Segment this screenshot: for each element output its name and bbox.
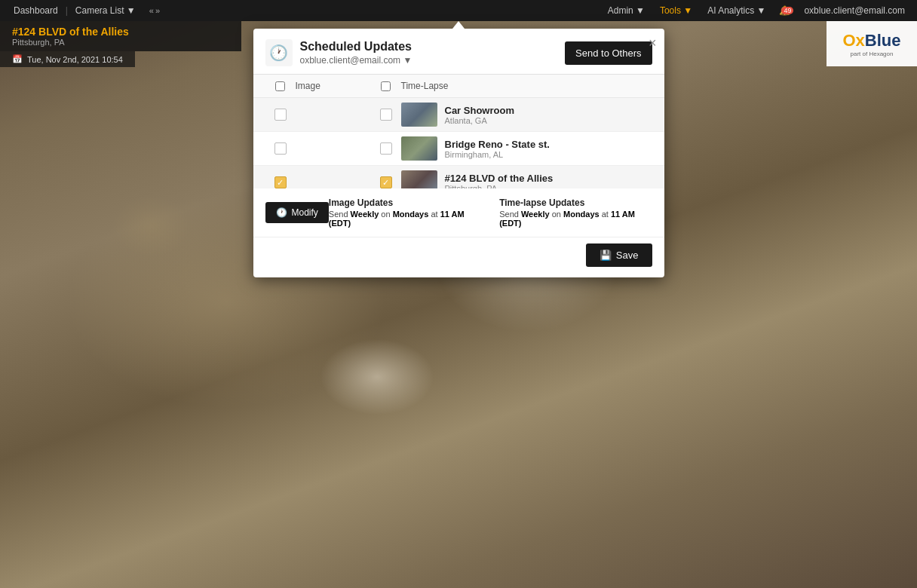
timelapse-col-label: Time-Lapse xyxy=(401,81,449,91)
row2-timelapse-checkbox[interactable] xyxy=(380,142,392,155)
save-button[interactable]: 💾 Save xyxy=(586,243,652,267)
nav-ai-analytics[interactable]: AI Analytics ▼ xyxy=(701,5,771,16)
row1-image-check-col xyxy=(265,109,296,121)
row1-camera-info: Car Showroom Atlanta, GA xyxy=(445,105,652,125)
modal-header: 🕐 Scheduled Updates oxblue.client@email.… xyxy=(253,29,664,75)
scheduled-updates-icon: 🕐 xyxy=(265,39,293,66)
timelapse-header-checkbox[interactable] xyxy=(381,81,391,91)
row1-timelapse-check-col xyxy=(371,109,401,121)
row2-camera-info: Bridge Reno - State st. Birmingham, AL xyxy=(445,139,652,159)
row3-camera-location: Pittsburgh, PA xyxy=(445,184,652,189)
table-row: #124 BLVD of the Allies Pittsburgh, PA xyxy=(253,166,664,188)
row3-image-check-col xyxy=(265,176,296,188)
row2-camera-location: Birmingham, AL xyxy=(445,150,652,159)
nav-right-arrow[interactable]: » xyxy=(155,6,160,15)
row1-timelapse-checkbox[interactable] xyxy=(380,109,392,121)
row2-camera-name: Bridge Reno - State st. xyxy=(445,139,652,150)
row3-thumb-img xyxy=(401,170,437,188)
image-updates-title: Image Updates xyxy=(329,198,481,208)
table-row: Car Showroom Atlanta, GA xyxy=(253,98,664,132)
save-icon: 💾 xyxy=(600,250,612,261)
update-info: Image Updates Send Weekly on Mondays at … xyxy=(329,198,652,228)
image-col-label: Image xyxy=(296,81,371,91)
row1-thumb-img xyxy=(401,103,437,127)
camera-list-header: Image Time-Lapse xyxy=(253,75,664,98)
timelapse-header-check-col xyxy=(371,81,401,91)
nav-arrows: « » xyxy=(143,6,166,15)
table-row: Bridge Reno - State st. Birmingham, AL xyxy=(253,132,664,166)
camera-list: Car Showroom Atlanta, GA Bridge Reno - S… xyxy=(253,98,664,188)
modify-label: Modify xyxy=(292,207,318,218)
nav-dashboard[interactable]: Dashboard xyxy=(6,0,66,21)
nav-email: oxblue.client@email.com xyxy=(798,5,911,16)
timelapse-updates-block: Time-lapse Updates Send Weekly on Monday… xyxy=(499,198,652,228)
row3-timelapse-check-col xyxy=(371,176,401,188)
modal-footer: 💾 Save xyxy=(253,237,664,277)
row3-camera-name: #124 BLVD of the Allies xyxy=(445,173,652,184)
row3-timelapse-checkbox[interactable] xyxy=(380,176,392,188)
bell-badge: 49 xyxy=(781,7,793,14)
image-updates-desc: Send Weekly on Mondays at 11 AM (EDT) xyxy=(329,210,481,228)
row3-image-checkbox[interactable] xyxy=(274,176,287,188)
row2-thumb-img xyxy=(401,136,437,161)
nav-tools[interactable]: Tools ▼ xyxy=(654,5,698,16)
modal-subtitle[interactable]: oxblue.client@email.com ▼ xyxy=(300,55,412,66)
row2-image-checkbox[interactable] xyxy=(274,142,287,155)
row1-thumbnail xyxy=(401,103,437,127)
timelapse-updates-desc: Send Weekly on Mondays at 11 AM (EDT) xyxy=(499,210,652,228)
image-header-checkbox[interactable] xyxy=(275,81,285,91)
bell-icon[interactable]: 🔔 49 xyxy=(774,5,795,16)
save-label: Save xyxy=(616,250,639,261)
nav-admin[interactable]: Admin ▼ xyxy=(602,5,651,16)
send-others-button[interactable]: Send to Others xyxy=(565,41,652,65)
modify-button[interactable]: 🕐 Modify xyxy=(265,202,329,223)
timelapse-updates-title: Time-lapse Updates xyxy=(499,198,652,208)
modal-close-button[interactable]: × xyxy=(649,36,657,50)
modal-bottom: 🕐 Modify Image Updates Send Weekly on Mo… xyxy=(253,188,664,237)
image-updates-block: Image Updates Send Weekly on Mondays at … xyxy=(329,198,481,228)
row3-thumbnail xyxy=(401,170,437,188)
scheduled-updates-modal: × 🕐 Scheduled Updates oxblue.client@emai… xyxy=(253,29,664,277)
row2-thumbnail xyxy=(401,136,437,161)
row2-timelapse-check-col xyxy=(371,142,401,155)
nav-left-arrow[interactable]: « xyxy=(149,6,154,15)
nav-camera-list[interactable]: Camera List ▼ xyxy=(68,0,143,21)
modal-overlay: × 🕐 Scheduled Updates oxblue.client@emai… xyxy=(0,21,917,588)
row2-image-check-col xyxy=(265,142,296,155)
row3-camera-info: #124 BLVD of the Allies Pittsburgh, PA xyxy=(445,173,652,189)
clock-icon: 🕐 xyxy=(276,207,287,218)
top-navigation: Dashboard | Camera List ▼ « » Admin ▼ To… xyxy=(0,0,917,21)
modal-title: Scheduled Updates xyxy=(300,40,412,54)
row1-image-checkbox[interactable] xyxy=(274,109,287,121)
modal-title-area: 🕐 Scheduled Updates oxblue.client@email.… xyxy=(265,39,412,66)
row1-camera-location: Atlanta, GA xyxy=(445,116,652,125)
image-header-check-col xyxy=(265,81,296,91)
row1-camera-name: Car Showroom xyxy=(445,105,652,116)
